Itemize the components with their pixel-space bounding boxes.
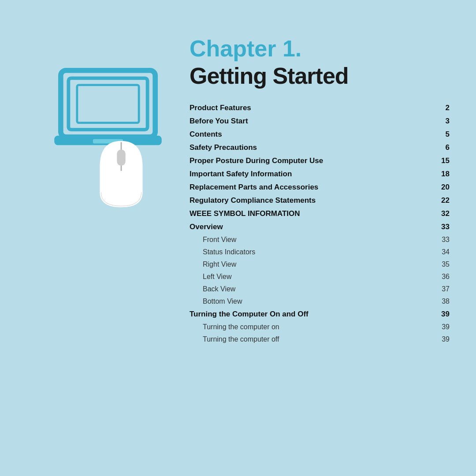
svg-rect-0 xyxy=(61,71,155,137)
toc-item-label: Turning the Computer On and Off xyxy=(190,310,436,319)
table-row[interactable]: Right View35 xyxy=(190,258,450,271)
toc-item-label: Status Indicators xyxy=(190,248,436,256)
toc-item-label: Turning the computer off xyxy=(190,335,436,343)
toc-item-label: Before You Start xyxy=(190,117,436,126)
table-row[interactable]: Left View36 xyxy=(190,271,450,283)
toc-item-label: Bottom View xyxy=(190,298,436,305)
table-row[interactable]: Important Safety Information18 xyxy=(190,167,450,181)
toc-item-label: Important Safety Information xyxy=(190,170,436,178)
toc-item-label: Right View xyxy=(190,260,436,268)
toc-item-page: 32 xyxy=(436,209,450,218)
toc-item-page: 39 xyxy=(436,323,450,331)
chapter-title: Getting Started xyxy=(190,63,450,89)
toc-item-label: Left View xyxy=(190,273,436,281)
toc-item-label: Proper Posture During Computer Use xyxy=(190,156,436,165)
toc-item-page: 39 xyxy=(436,335,450,343)
table-row[interactable]: Regulatory Compliance Statements22 xyxy=(190,194,450,207)
toc-item-page: 39 xyxy=(436,310,450,319)
table-row[interactable]: Turning the Computer On and Off39 xyxy=(190,308,450,321)
table-of-contents: Product Features2Before You Start3Conten… xyxy=(190,101,450,346)
toc-item-page: 15 xyxy=(436,156,450,165)
table-row[interactable]: Proper Posture During Computer Use15 xyxy=(190,154,450,167)
table-row[interactable]: WEEE SYMBOL INFORMATION32 xyxy=(190,207,450,220)
toc-item-label: Front View xyxy=(190,236,436,244)
toc-item-label: Overview xyxy=(190,223,436,231)
table-row[interactable]: Bottom View38 xyxy=(190,295,450,308)
table-row[interactable]: Status Indicators34 xyxy=(190,246,450,258)
toc-item-page: 38 xyxy=(436,298,450,305)
toc-item-page: 2 xyxy=(436,104,450,112)
toc-item-label: Replacement Parts and Accessories xyxy=(190,183,436,192)
toc-item-page: 33 xyxy=(436,223,450,231)
chapter-label: Chapter 1. xyxy=(190,35,450,62)
table-row[interactable]: Front View33 xyxy=(190,234,450,246)
toc-item-page: 5 xyxy=(436,130,450,139)
table-row[interactable]: Overview33 xyxy=(190,220,450,234)
toc-item-page: 22 xyxy=(436,196,450,205)
toc-item-page: 37 xyxy=(436,285,450,293)
table-row[interactable]: Turning the computer on39 xyxy=(190,321,450,333)
mouse-icon xyxy=(93,137,150,212)
toc-item-label: Turning the computer on xyxy=(190,323,436,331)
toc-item-label: Contents xyxy=(190,130,436,139)
svg-rect-2 xyxy=(77,85,139,123)
illustration-area xyxy=(26,31,190,212)
table-row[interactable]: Before You Start3 xyxy=(190,115,450,128)
toc-item-label: Safety Precautions xyxy=(190,143,436,152)
toc-item-label: Product Features xyxy=(190,104,436,112)
table-row[interactable]: Safety Precautions6 xyxy=(190,141,450,154)
toc-item-page: 33 xyxy=(436,236,450,244)
table-row[interactable]: Contents5 xyxy=(190,128,450,141)
toc-item-label: WEEE SYMBOL INFORMATION xyxy=(190,209,436,218)
toc-item-page: 18 xyxy=(436,170,450,178)
toc-item-page: 6 xyxy=(436,143,450,152)
table-row[interactable]: Turning the computer off39 xyxy=(190,333,450,346)
toc-item-page: 3 xyxy=(436,117,450,126)
toc-item-page: 35 xyxy=(436,260,450,268)
svg-rect-6 xyxy=(117,149,125,166)
toc-item-label: Back View xyxy=(190,285,436,293)
table-row[interactable]: Back View37 xyxy=(190,283,450,295)
table-row[interactable]: Product Features2 xyxy=(190,101,450,115)
toc-item-page: 20 xyxy=(436,183,450,192)
toc-item-label: Regulatory Compliance Statements xyxy=(190,196,436,205)
page-container: Chapter 1. Getting Started Product Featu… xyxy=(0,0,476,476)
toc-item-page: 36 xyxy=(436,273,450,281)
content-area: Chapter 1. Getting Started Product Featu… xyxy=(190,31,476,346)
table-row[interactable]: Replacement Parts and Accessories20 xyxy=(190,181,450,194)
toc-item-page: 34 xyxy=(436,248,450,256)
